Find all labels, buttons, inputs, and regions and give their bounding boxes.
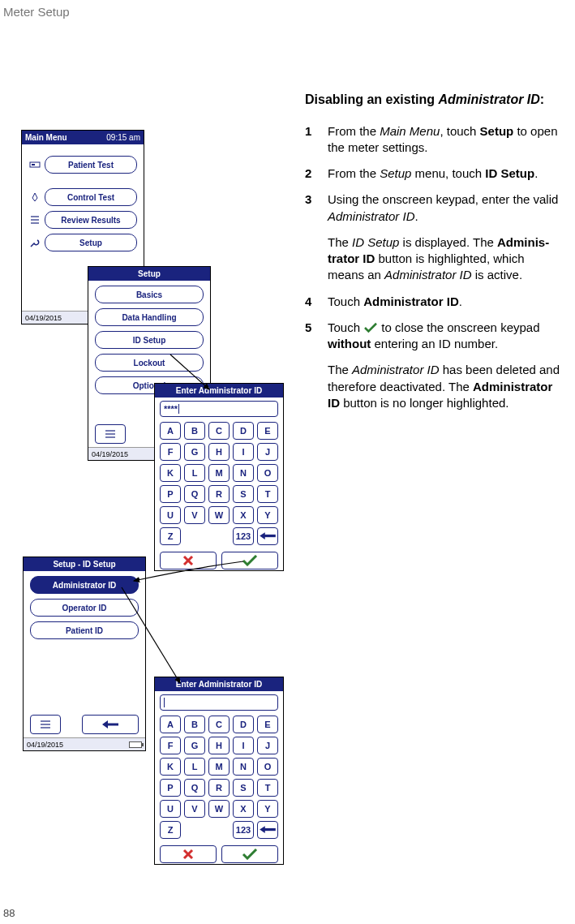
operator-id-button[interactable]: Operator ID xyxy=(30,599,139,617)
key-a[interactable]: A xyxy=(160,422,181,440)
key-o[interactable]: O xyxy=(257,758,278,776)
step-3-note: The ID Setup is displayed. The Admi­nis­… xyxy=(328,234,560,284)
key-s[interactable]: S xyxy=(233,485,254,503)
key-w[interactable]: W xyxy=(208,506,230,524)
keypad-actions xyxy=(155,548,283,574)
page-header: Meter Setup xyxy=(3,5,70,19)
key-r[interactable]: R xyxy=(208,779,230,797)
key-q[interactable]: Q xyxy=(184,485,205,503)
control-test-button[interactable]: Control Test xyxy=(45,188,137,206)
key-x[interactable]: X xyxy=(233,800,254,818)
key-u[interactable]: U xyxy=(160,506,181,524)
review-results-button[interactable]: Review Results xyxy=(45,211,137,229)
key-c[interactable]: C xyxy=(208,716,230,733)
list-button[interactable] xyxy=(30,715,61,734)
step-5-note: The Administrator ID has been deleted an… xyxy=(328,362,560,411)
key-j[interactable]: J xyxy=(257,443,278,461)
titlebar-setup: Setup xyxy=(88,267,210,281)
device-id-setup: Setup - ID Setup Administrator ID Operat… xyxy=(23,557,146,751)
key-n[interactable]: N xyxy=(233,464,254,482)
cursor-icon xyxy=(178,404,179,414)
setup-button[interactable]: Setup xyxy=(45,234,137,251)
key-m[interactable]: M xyxy=(208,758,230,776)
footerbar-idsetup xyxy=(24,711,145,737)
key-d[interactable]: D xyxy=(233,716,254,733)
key-o[interactable]: O xyxy=(257,464,278,482)
key-t[interactable]: T xyxy=(257,485,278,503)
key-i[interactable]: I xyxy=(233,443,254,461)
key-k[interactable]: K xyxy=(160,758,181,776)
backspace-key[interactable] xyxy=(257,821,278,839)
key-z[interactable]: Z xyxy=(160,527,181,545)
cursor-icon xyxy=(164,698,165,707)
review-icon xyxy=(28,213,41,226)
key-q[interactable]: Q xyxy=(184,779,205,797)
list-button[interactable] xyxy=(95,424,126,444)
key-v[interactable]: V xyxy=(184,506,205,524)
key-l[interactable]: L xyxy=(184,464,205,482)
keypad-display: **** xyxy=(160,401,278,417)
key-h[interactable]: H xyxy=(208,737,230,754)
key-c[interactable]: C xyxy=(208,422,230,440)
titlebar-main: Main Menu 09:15 am xyxy=(22,131,144,144)
instructions-column: Disabling an existing Administrator ID: … xyxy=(305,91,560,421)
administrator-id-button[interactable]: Administrator ID xyxy=(30,576,139,594)
keypad-grid: ABCDEFGHIJKLMNOPQRSTUVWXYZ123 xyxy=(155,714,283,842)
key-h[interactable]: H xyxy=(208,443,230,461)
statusbar-idsetup: 04/19/2015 xyxy=(24,737,145,750)
titlebar-keypad2: Enter Administrator ID xyxy=(155,677,283,691)
key-z[interactable]: Z xyxy=(160,821,181,839)
key-r[interactable]: R xyxy=(208,485,230,503)
key-t[interactable]: T xyxy=(257,779,278,797)
id-setup-button[interactable]: ID Setup xyxy=(95,331,204,349)
patient-test-button[interactable]: Patient Test xyxy=(45,156,137,174)
key-j[interactable]: J xyxy=(257,737,278,754)
key-l[interactable]: L xyxy=(184,758,205,776)
numeric-toggle-key[interactable]: 123 xyxy=(233,821,254,839)
key-y[interactable]: Y xyxy=(257,506,278,524)
svg-marker-18 xyxy=(102,720,108,728)
key-b[interactable]: B xyxy=(184,422,205,440)
backspace-key[interactable] xyxy=(257,527,278,545)
key-p[interactable]: P xyxy=(160,485,181,503)
key-p[interactable]: P xyxy=(160,779,181,797)
step-1: 1 From the Main Menu, touch Setup to ope… xyxy=(305,123,560,157)
key-i[interactable]: I xyxy=(233,737,254,754)
confirm-button[interactable] xyxy=(221,845,278,863)
key-x[interactable]: X xyxy=(233,506,254,524)
key-n[interactable]: N xyxy=(233,758,254,776)
lockout-button[interactable]: Lockout xyxy=(95,354,204,372)
titlebar-keypad1: Enter Administrator ID xyxy=(155,384,283,398)
date-label: 04/19/2015 xyxy=(25,314,62,322)
data-handling-button[interactable]: Data Handling xyxy=(95,308,204,326)
basics-button[interactable]: Basics xyxy=(95,286,204,303)
key-u[interactable]: U xyxy=(160,800,181,818)
cancel-button[interactable] xyxy=(160,845,217,863)
key-d[interactable]: D xyxy=(233,422,254,440)
back-button[interactable] xyxy=(82,715,139,734)
key-k[interactable]: K xyxy=(160,464,181,482)
key-y[interactable]: Y xyxy=(257,800,278,818)
key-f[interactable]: F xyxy=(160,737,181,754)
key-s[interactable]: S xyxy=(233,779,254,797)
key-v[interactable]: V xyxy=(184,800,205,818)
confirm-button[interactable] xyxy=(221,552,278,569)
cancel-button[interactable] xyxy=(160,552,217,569)
patient-id-button[interactable]: Patient ID xyxy=(30,621,139,639)
numeric-toggle-key[interactable]: 123 xyxy=(233,527,254,545)
step-2: 2 From the Setup menu, touch ID Setup. xyxy=(305,165,560,182)
row-control-test: Control Test xyxy=(28,188,137,206)
key-m[interactable]: M xyxy=(208,464,230,482)
key-b[interactable]: B xyxy=(184,716,205,733)
key-w[interactable]: W xyxy=(208,800,230,818)
key-g[interactable]: G xyxy=(184,737,205,754)
key-a[interactable]: A xyxy=(160,716,181,733)
time-label: 09:15 am xyxy=(106,133,140,142)
battery-icon xyxy=(129,741,142,748)
keypad-display xyxy=(160,694,278,711)
key-e[interactable]: E xyxy=(257,716,278,733)
title-label: Setup xyxy=(138,269,161,278)
key-g[interactable]: G xyxy=(184,443,205,461)
key-f[interactable]: F xyxy=(160,443,181,461)
key-e[interactable]: E xyxy=(257,422,278,440)
